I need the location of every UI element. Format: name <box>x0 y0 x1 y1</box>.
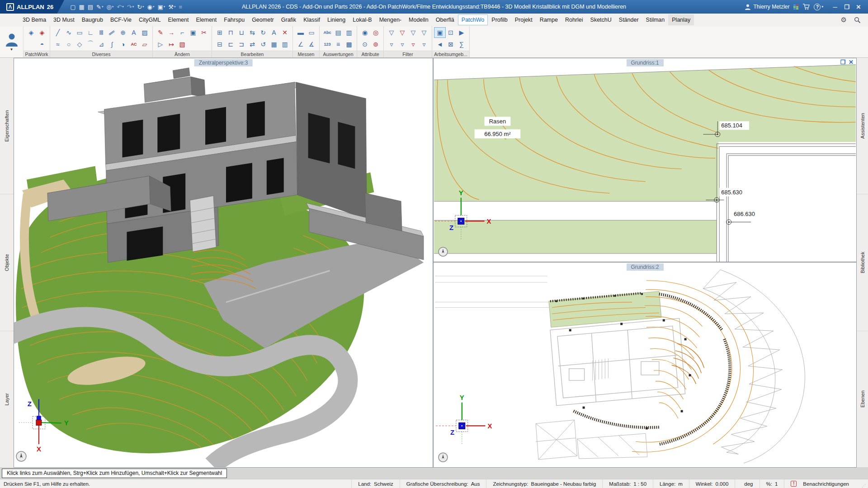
scissors-icon[interactable]: ✂ <box>198 28 209 38</box>
pencil-icon[interactable]: ✎ <box>155 28 166 38</box>
view-document-icon[interactable]: ◉▾ <box>146 3 156 11</box>
redo-icon[interactable]: ↷▾ <box>126 3 135 11</box>
tab-linieng[interactable]: Linieng <box>324 14 349 25</box>
minimize-button[interactable]: ─ <box>830 4 840 10</box>
attribute-edit-icon[interactable]: ◎ <box>370 28 381 38</box>
workspace-layers-icon[interactable]: ⊠ <box>445 39 456 49</box>
rectangle-icon[interactable]: ▭ <box>74 28 85 38</box>
ribbon-collapse-icon[interactable]: ≡ <box>177 3 184 11</box>
plan2-canvas[interactable]: Y X Z <box>434 263 856 467</box>
tab-bcf-vie[interactable]: BCF-Vie <box>107 14 135 25</box>
angle-field[interactable]: Winkel: 0.000 <box>689 479 735 488</box>
attribute-assign-icon[interactable]: ⊙ <box>359 39 370 49</box>
measure-length-icon[interactable]: ▬ <box>295 28 306 38</box>
s-curve-icon[interactable]: ∫ <box>107 39 118 49</box>
help-button[interactable]: ?▾ <box>814 4 823 10</box>
profile-menu-button[interactable]: ▼ <box>0 26 24 57</box>
settings-gear-icon[interactable]: ⚙ <box>841 16 847 24</box>
ac-text-icon[interactable]: AC <box>128 39 139 49</box>
filter-pen-icon[interactable]: ▽ <box>397 28 408 38</box>
report-icon[interactable]: ▤ <box>333 28 344 38</box>
patchwork-edit-icon[interactable]: ◈ <box>37 28 47 38</box>
tab-baugrub[interactable]: Baugrub <box>78 14 107 25</box>
angle-icon[interactable]: ∟ <box>85 28 96 38</box>
dim-box-icon[interactable]: ▱ <box>139 39 150 49</box>
maximize-button[interactable]: ❒ <box>842 4 852 10</box>
text-icon[interactable]: A <box>128 28 139 38</box>
tab-stander[interactable]: Ständer <box>615 14 642 25</box>
viewport-maximize-button[interactable]: ❒ <box>840 59 845 66</box>
pie-icon[interactable]: ◑ <box>118 39 128 49</box>
workspace-pointer-icon[interactable]: ◄ <box>434 39 445 49</box>
undo-icon[interactable]: ↶▾ <box>115 3 125 11</box>
tab-rohrlei[interactable]: Rohrlei <box>561 14 587 25</box>
pattern-icon[interactable]: ▥ <box>279 39 290 49</box>
perspective-canvas[interactable]: Z Y X <box>14 58 433 467</box>
viewport-title[interactable]: Grundriss:1 <box>626 59 663 66</box>
measure-angle-icon[interactable]: ∠ <box>295 39 306 49</box>
viewport-plan-2[interactable]: Grundriss:2 <box>433 262 857 468</box>
workspace-copy-icon[interactable]: ▣ <box>434 28 445 38</box>
connect-grid-icon[interactable] <box>793 5 798 9</box>
notifications-field[interactable]: ! Benachrichtigungen <box>784 479 855 488</box>
tab-sketchu[interactable]: SketchU <box>587 14 615 25</box>
drawing-type-field[interactable]: Zeichnungstyp: Baueingabe - Neubau farbi… <box>486 479 602 488</box>
polygon-icon[interactable]: ◇ <box>74 39 85 49</box>
plan1-canvas[interactable]: Rasen 66.950 m² 685.104 685.630 <box>434 58 856 262</box>
navigation-compass-icon[interactable] <box>16 451 26 461</box>
workspace-nav-icon[interactable]: ▶ <box>456 28 467 38</box>
tab-3d-must[interactable]: 3D Must <box>50 14 78 25</box>
tab-oberfla[interactable]: Oberflä <box>432 14 458 25</box>
align-right-icon[interactable]: ⊐ <box>236 39 247 49</box>
tab-stilman[interactable]: Stilman <box>642 14 669 25</box>
tab-projekt[interactable]: Projekt <box>511 14 536 25</box>
chart-icon[interactable]: ▥ <box>344 28 354 38</box>
percent-field[interactable]: %: 1 <box>760 479 784 488</box>
viewport-title[interactable]: Grundriss:2 <box>626 263 663 271</box>
search-icon[interactable] <box>854 17 861 23</box>
viewport-close-button[interactable]: ✕ <box>849 59 854 66</box>
viewport-perspective[interactable]: Zentralperspektive:3 <box>14 58 433 468</box>
country-field[interactable]: Land: Schweiz <box>351 479 400 488</box>
project-window-icon[interactable]: ▢ <box>69 3 77 11</box>
attribute-transfer-icon[interactable]: ⊚ <box>370 39 381 49</box>
resize-grip[interactable]: ⋰ <box>855 479 868 488</box>
filter-color-icon[interactable]: ▿ <box>419 39 429 49</box>
tab-geometr[interactable]: Geometr <box>248 14 278 25</box>
copy-icon[interactable]: ⊞ <box>214 28 225 38</box>
tab-modelln[interactable]: Modelln <box>405 14 432 25</box>
tab-lokal-b[interactable]: Lokal-B <box>349 14 375 25</box>
move-point-icon[interactable]: → <box>166 28 177 38</box>
navigation-compass-icon[interactable] <box>439 247 448 256</box>
close-button[interactable]: ✕ <box>854 4 863 10</box>
window-layout-icon[interactable]: ▣▾ <box>156 3 166 11</box>
align-left-icon[interactable]: ⊏ <box>225 39 236 49</box>
workspace-level-icon[interactable]: ∑ <box>456 39 467 49</box>
attribute-globe-icon[interactable]: ◉ <box>359 28 370 38</box>
multi-line-icon[interactable]: Ⅲ <box>96 28 107 38</box>
open-project-icon[interactable]: ▦ <box>77 3 85 11</box>
angle-unit-field[interactable]: deg <box>735 479 759 488</box>
measure-arc-icon[interactable]: ∡ <box>306 39 317 49</box>
filter-wand-icon[interactable]: ▽ <box>408 28 419 38</box>
arc-icon[interactable]: ⌒ <box>85 39 96 49</box>
tab-grafik[interactable]: Grafik <box>278 14 300 25</box>
wave-line-icon[interactable]: ≈ <box>52 39 63 49</box>
user-account-button[interactable]: Thierry Metzler <box>745 4 789 10</box>
side-panel-tab[interactable]: Objekte <box>0 194 14 331</box>
numbers-123-icon[interactable]: 123 <box>322 39 333 49</box>
viewport-title[interactable]: Zentralperspektive:3 <box>194 59 253 66</box>
rotate-back-icon[interactable]: ↺ <box>258 39 269 49</box>
patchwork-section-icon[interactable]: ◓ <box>37 39 47 49</box>
align-bottom-icon[interactable]: ⊔ <box>236 28 247 38</box>
navigation-compass-icon[interactable] <box>439 453 448 462</box>
format-brush-icon[interactable]: ▷ <box>155 39 166 49</box>
side-panel-tab[interactable]: Bibliothek <box>857 194 868 331</box>
copy-sheet-icon[interactable]: ▣ <box>188 28 198 38</box>
side-panel-tab[interactable]: Assistenten <box>857 58 868 194</box>
tools-icon[interactable]: ⚒▾ <box>167 3 177 11</box>
patchwork-area-icon[interactable]: ◈ <box>26 28 37 38</box>
spline-icon[interactable]: ∿ <box>63 28 74 38</box>
line-icon[interactable]: ╱ <box>52 28 63 38</box>
filter-remove-icon[interactable]: ▿ <box>408 39 419 49</box>
